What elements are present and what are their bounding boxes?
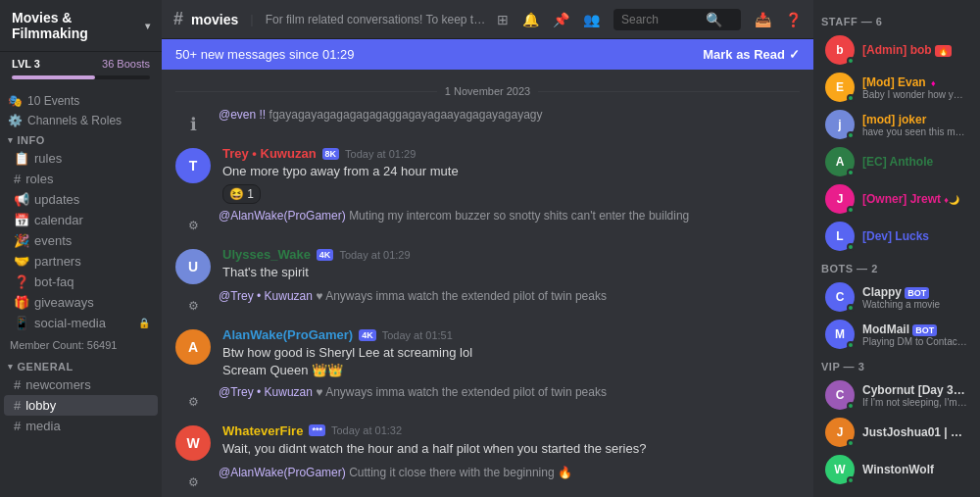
member-winstonwolf[interactable]: W WinstonWolf bbox=[817, 451, 976, 488]
members-icon[interactable]: 👥 bbox=[583, 12, 600, 27]
timestamp-ulysses: Today at 01:29 bbox=[339, 249, 410, 261]
channel-events[interactable]: 🎉 events bbox=[4, 230, 158, 251]
channel-social-media[interactable]: 📱 social-media 🔒 bbox=[4, 313, 158, 333]
message-text-trey: One more typo away from a 24 hour mute bbox=[222, 163, 800, 180]
message-header-whateverfire: WhateverFire *** Today at 01:32 bbox=[222, 423, 800, 438]
member-info-bob: [Admin] bob 🔥 bbox=[862, 43, 968, 57]
channel-giveaways[interactable]: 🎁 giveaways bbox=[4, 292, 158, 313]
partners-icon: 🤝 bbox=[14, 254, 29, 269]
mention-trey-2: @Trey • Kuwuzan bbox=[219, 289, 313, 303]
search-input[interactable] bbox=[621, 13, 700, 26]
boost-count: 36 Boosts bbox=[102, 58, 150, 70]
chat-header: # movies | For film related conversation… bbox=[162, 0, 813, 39]
timestamp-alanwake-1: Today at 01:51 bbox=[382, 329, 453, 341]
username-whateverfire[interactable]: WhateverFire bbox=[222, 423, 303, 438]
check-icon: ✓ bbox=[789, 47, 800, 62]
general-section-label[interactable]: ▾ GENERAL bbox=[0, 357, 162, 374]
member-cybornut[interactable]: C Cybornut [Day 31-Kitc... If I'm not sl… bbox=[817, 376, 976, 414]
message-content-whateverfire: WhateverFire *** Today at 01:32 Wait, yo… bbox=[222, 423, 800, 461]
member-status-cybornut: If I'm not sleeping, I'm thi... bbox=[862, 397, 968, 408]
messages-area[interactable]: 1 November 2023 ℹ @even !! fgayagayagaga… bbox=[162, 70, 813, 497]
server-sidebar: Movies & Filmmaking ▾ LVL 3 36 Boosts 🎭 … bbox=[0, 0, 162, 497]
channel-media[interactable]: # media bbox=[4, 416, 158, 436]
events-item[interactable]: 🎭 10 Events bbox=[0, 91, 162, 111]
vip-section-label: VIP — 3 bbox=[813, 353, 980, 376]
channel-events-label: events bbox=[34, 233, 72, 248]
media-hash-icon: # bbox=[14, 419, 21, 433]
member-name-lucks: [Dev] Lucks bbox=[862, 229, 968, 243]
channel-newcomers[interactable]: # newcomers bbox=[4, 374, 158, 395]
social-media-icon: 📱 bbox=[14, 316, 29, 330]
member-bob[interactable]: b [Admin] bob 🔥 bbox=[817, 31, 976, 69]
username-ulysses[interactable]: Ulysses_Wake bbox=[222, 247, 311, 262]
member-info-evan: [Mod] Evan ♦ Baby I wonder how you fe... bbox=[862, 75, 968, 100]
channel-lobby[interactable]: # lobby bbox=[4, 395, 158, 416]
system-message-5: ⚙ @AlanWake(ProGamer) Cutting it close t… bbox=[162, 463, 813, 497]
threads-icon[interactable]: ⊞ bbox=[497, 12, 509, 27]
member-evan[interactable]: E [Mod] Evan ♦ Baby I wonder how you fe.… bbox=[817, 69, 976, 106]
username-trey[interactable]: Trey • Kuwuzan bbox=[222, 146, 317, 161]
member-info-modmail: ModMail BOT Playing DM to Contact Staff … bbox=[862, 323, 968, 347]
message-text-alanwake-1a: Btw how good is Sheryl Lee at screaming … bbox=[222, 344, 800, 362]
avatar-lucks: L bbox=[825, 222, 855, 251]
system-message-2: ⚙ @AlanWake(ProGamer) Muting my intercom… bbox=[162, 206, 813, 245]
member-count: Member Count: 56491 bbox=[0, 333, 162, 357]
member-clappy[interactable]: C Clappy BOT Watching a movie bbox=[817, 278, 976, 316]
channel-roles[interactable]: # roles bbox=[4, 169, 158, 189]
search-box[interactable]: 🔍 bbox=[613, 9, 741, 30]
mark-read-button[interactable]: Mark as Read ✓ bbox=[703, 47, 800, 62]
member-name-cybornut: Cybornut [Day 31-Kitc... bbox=[862, 383, 968, 397]
server-name: Movies & Filmmaking bbox=[12, 10, 145, 41]
channel-partners[interactable]: 🤝 partners bbox=[4, 251, 158, 272]
updates-icon: 📢 bbox=[14, 192, 29, 207]
message-header-alanwake-1: AlanWake(ProGamer) 4K Today at 01:51 bbox=[222, 327, 800, 342]
pin-icon[interactable]: 📌 bbox=[553, 12, 569, 27]
inbox-icon[interactable]: 📥 bbox=[755, 12, 771, 27]
reaction-trey[interactable]: 😆 1 bbox=[222, 184, 261, 204]
username-alanwake[interactable]: AlanWake(ProGamer) bbox=[222, 327, 353, 342]
member-justjoshua[interactable]: J JustJoshua01 | Filmbr... bbox=[817, 414, 976, 451]
channel-list: 🎭 10 Events ⚙️ Channels & Roles ▾ INFO 📋… bbox=[0, 87, 162, 497]
message-text-whateverfire: Wait, you didnt watch the hour and a hal… bbox=[222, 440, 800, 458]
message-text-alanwake-1b: Scream Queen 👑👑 bbox=[222, 362, 800, 379]
channel-updates[interactable]: 📢 updates bbox=[4, 189, 158, 210]
avatar-anthole: A bbox=[825, 147, 855, 176]
main-area: # movies | For film related conversation… bbox=[162, 0, 813, 497]
member-name-clappy: Clappy BOT bbox=[862, 285, 968, 299]
bot-faq-icon: ❓ bbox=[14, 274, 29, 289]
member-info-justjoshua: JustJoshua01 | Filmbr... bbox=[862, 425, 968, 439]
channel-bot-faq[interactable]: ❓ bot-faq bbox=[4, 272, 158, 292]
system-text-2: @AlanWake(ProGamer) Muting my intercom b… bbox=[219, 208, 689, 224]
member-status-clappy: Watching a movie bbox=[862, 299, 968, 310]
help-icon[interactable]: ❓ bbox=[785, 12, 802, 27]
member-joker[interactable]: j [mod] joker have you seen this man? n.… bbox=[817, 106, 976, 143]
member-anthole[interactable]: A [EC] Anthole bbox=[817, 143, 976, 180]
calendar-icon: 📅 bbox=[14, 213, 29, 227]
channel-calendar[interactable]: 📅 calendar bbox=[4, 210, 158, 230]
avatar-joker: j bbox=[825, 110, 855, 139]
channel-rules[interactable]: 📋 rules bbox=[4, 148, 158, 169]
member-status-modmail: Playing DM to Contact Staff |... bbox=[862, 336, 968, 347]
member-info-lucks: [Dev] Lucks bbox=[862, 229, 968, 243]
settings-icon: ⚙️ bbox=[8, 114, 23, 127]
notification-icon[interactable]: 🔔 bbox=[522, 12, 539, 27]
boost-progress-fill bbox=[12, 75, 95, 79]
message-alanwake-1: A AlanWake(ProGamer) 4K Today at 01:51 B… bbox=[162, 325, 813, 381]
member-modmail[interactable]: M ModMail BOT Playing DM to Contact Staf… bbox=[817, 316, 976, 353]
info-section-label[interactable]: ▾ INFO bbox=[0, 130, 162, 148]
member-status-joker: have you seen this man? n... bbox=[862, 126, 968, 137]
member-lucks[interactable]: L [Dev] Lucks bbox=[817, 218, 976, 255]
date-divider: 1 November 2023 bbox=[162, 77, 813, 105]
member-status-evan: Baby I wonder how you fe... bbox=[862, 89, 968, 100]
message-header-ulysses: Ulysses_Wake 4K Today at 01:29 bbox=[222, 247, 800, 262]
member-name-evan: [Mod] Evan ♦ bbox=[862, 75, 968, 89]
search-icon: 🔍 bbox=[706, 12, 722, 27]
message-content-alanwake-1: AlanWake(ProGamer) 4K Today at 01:51 Btw… bbox=[222, 327, 800, 379]
caret-icon: ▾ bbox=[8, 135, 14, 145]
member-name-anthole: [EC] Anthole bbox=[862, 155, 968, 169]
member-jrewt[interactable]: J [Owner] Jrewt ♦🌙 bbox=[817, 180, 976, 218]
avatar-jrewt: J bbox=[825, 184, 855, 214]
channels-roles-item[interactable]: ⚙️ Channels & Roles bbox=[0, 111, 162, 130]
mention-alanwake-2: @AlanWake(ProGamer) bbox=[219, 466, 346, 479]
server-header[interactable]: Movies & Filmmaking ▾ bbox=[0, 0, 162, 52]
